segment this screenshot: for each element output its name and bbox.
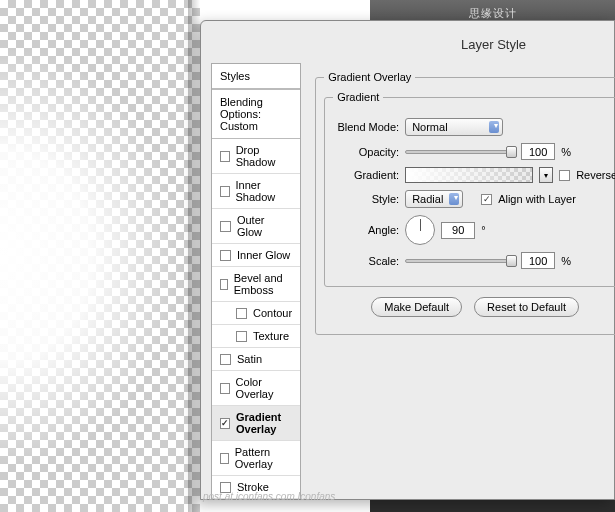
reverse-checkbox[interactable]	[559, 170, 570, 181]
scale-slider-thumb[interactable]	[506, 255, 517, 267]
style-item-texture[interactable]: Texture	[212, 325, 300, 348]
footer-watermark: post at iconfans.com Iconfans	[203, 491, 335, 502]
style-checkbox[interactable]	[220, 354, 231, 365]
style-item-label: Pattern Overlay	[235, 446, 292, 470]
style-item-gradient-overlay[interactable]: Gradient Overlay	[212, 406, 300, 441]
gradient-overlay-panel: Gradient Overlay Gradient Blend Mode: No…	[301, 63, 615, 499]
gradient-label: Gradient:	[333, 169, 399, 181]
style-item-bevel-and-emboss[interactable]: Bevel and Emboss	[212, 267, 300, 302]
style-item-label: Color Overlay	[236, 376, 293, 400]
scale-input[interactable]	[521, 252, 555, 269]
gradient-menu-button[interactable]: ▾	[539, 167, 553, 183]
style-checkbox[interactable]	[220, 250, 231, 261]
layer-style-dialog: Layer Style Styles Blending Options: Cus…	[200, 20, 615, 500]
gradient-overlay-fieldset: Gradient Overlay Gradient Blend Mode: No…	[315, 71, 615, 335]
style-item-inner-shadow[interactable]: Inner Shadow	[212, 174, 300, 209]
reverse-label: Reverse	[576, 169, 615, 181]
watermark-line1: 思缘设计	[370, 6, 615, 21]
opacity-label: Opacity:	[333, 146, 399, 158]
blend-mode-select[interactable]: Normal	[405, 118, 503, 136]
angle-label: Angle:	[333, 224, 399, 236]
opacity-input[interactable]	[521, 143, 555, 160]
canvas-radial-gradient	[0, 0, 200, 512]
blending-options-row[interactable]: Blending Options: Custom	[212, 89, 300, 139]
scale-label: Scale:	[333, 255, 399, 267]
style-item-label: Bevel and Emboss	[234, 272, 292, 296]
style-item-label: Inner Shadow	[236, 179, 293, 203]
blend-mode-label: Blend Mode:	[333, 121, 399, 133]
align-label: Align with Layer	[498, 193, 576, 205]
styles-header[interactable]: Styles	[212, 64, 300, 89]
angle-dial[interactable]	[405, 215, 435, 245]
style-item-label: Gradient Overlay	[236, 411, 292, 435]
reset-default-button[interactable]: Reset to Default	[474, 297, 579, 317]
style-checkbox[interactable]	[236, 331, 247, 342]
gradient-fieldset: Gradient Blend Mode: Normal Opacity:	[324, 91, 615, 287]
style-item-label: Outer Glow	[237, 214, 292, 238]
style-item-pattern-overlay[interactable]: Pattern Overlay	[212, 441, 300, 476]
style-item-label: Inner Glow	[237, 249, 290, 261]
style-item-contour[interactable]: Contour	[212, 302, 300, 325]
opacity-slider[interactable]	[405, 150, 515, 154]
style-select[interactable]: Radial	[405, 190, 463, 208]
dialog-title: Layer Style	[461, 37, 526, 52]
style-item-label: Satin	[237, 353, 262, 365]
make-default-button[interactable]: Make Default	[371, 297, 462, 317]
style-item-label: Texture	[253, 330, 289, 342]
gradient-swatch[interactable]	[405, 167, 533, 183]
style-item-drop-shadow[interactable]: Drop Shadow	[212, 139, 300, 174]
style-checkbox[interactable]	[220, 383, 230, 394]
style-checkbox[interactable]	[220, 279, 228, 290]
style-item-satin[interactable]: Satin	[212, 348, 300, 371]
style-checkbox[interactable]	[220, 418, 230, 429]
style-checkbox[interactable]	[220, 453, 229, 464]
style-checkbox[interactable]	[236, 308, 247, 319]
style-item-label: Contour	[253, 307, 292, 319]
align-checkbox[interactable]	[481, 194, 492, 205]
gradient-legend: Gradient	[333, 91, 383, 103]
style-item-label: Drop Shadow	[236, 144, 293, 168]
style-item-outer-glow[interactable]: Outer Glow	[212, 209, 300, 244]
gradient-overlay-legend: Gradient Overlay	[324, 71, 415, 83]
styles-list-panel: Styles Blending Options: Custom Drop Sha…	[211, 63, 301, 499]
opacity-unit: %	[561, 146, 571, 158]
style-label: Style:	[333, 193, 399, 205]
dialog-shadow	[188, 0, 200, 512]
scale-unit: %	[561, 255, 571, 267]
style-checkbox[interactable]	[220, 221, 231, 232]
opacity-slider-thumb[interactable]	[506, 146, 517, 158]
style-checkbox[interactable]	[220, 186, 230, 197]
angle-input[interactable]	[441, 222, 475, 239]
style-checkbox[interactable]	[220, 151, 230, 162]
angle-unit: °	[481, 224, 485, 236]
style-item-inner-glow[interactable]: Inner Glow	[212, 244, 300, 267]
scale-slider[interactable]	[405, 259, 515, 263]
style-item-color-overlay[interactable]: Color Overlay	[212, 371, 300, 406]
